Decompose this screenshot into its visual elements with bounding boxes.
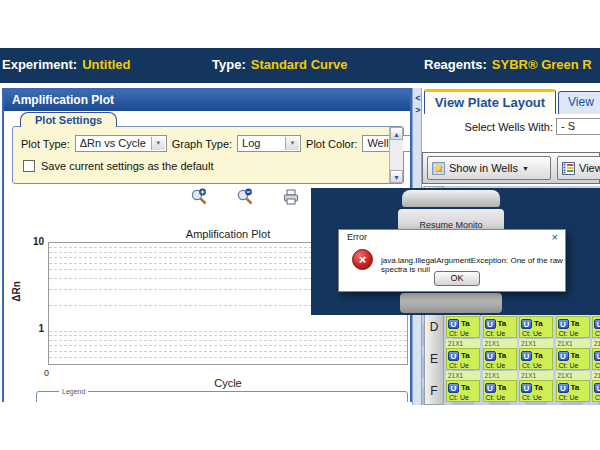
plate-well[interactable]: 21X1UTaCt: Ue [446,380,480,402]
close-icon[interactable]: × [552,231,558,243]
well-target: Ta [498,319,507,328]
reagents-label: Reagents: [424,57,487,72]
plate-well[interactable]: 21X1UTaCt: Ue [519,380,553,402]
well-quantity: 21X1 [556,371,590,380]
tab-view-well-table[interactable]: View [558,91,600,114]
well-quantity: 21X1 [592,371,600,380]
legend-label: Legend [59,388,88,395]
sample-type-badge: U [485,319,496,329]
well-target: Ta [571,319,580,328]
tab-plot-settings[interactable]: Plot Settings [20,112,117,127]
well-ct-value: Ct: Ue [558,361,589,370]
error-dialog: Error × × java.lang.IllegalArgumentExcep… [338,229,566,292]
menu-arrow-icon: ▼ [522,165,529,172]
well-target: Ta [534,351,543,360]
plate-well[interactable]: 21X1UTaCt: Ue [519,316,553,338]
well-ct-value: Ct: Ue [594,361,600,370]
plot-settings-box: Plot Type: ΔRn vs Cycle▼ Graph Type: Log… [12,126,404,184]
sample-type-badge: U [485,383,496,393]
plate-well[interactable]: 21X1UTaCt: Ue [592,348,600,370]
collapse-left-icon[interactable]: < [414,93,422,103]
sample-type-badge: U [448,383,459,393]
view-legend-button[interactable]: View L [557,156,600,180]
well-quantity: 21X1 [483,371,517,380]
plate-well[interactable]: 21X1UTaCt: Ue [556,316,590,338]
y-gridline [49,351,407,352]
y-gridline [49,340,407,341]
sample-type-badge: U [448,319,459,329]
sample-type-badge: U [594,319,600,329]
instrument-top [402,190,500,207]
experiment-value: Untitled [82,57,130,72]
plate-toolbar: Show in Wells ▼ View L [422,152,600,184]
plate-well[interactable]: 21X1UTaCt: Ue [592,316,600,338]
scroll-down-icon[interactable]: ▼ [390,170,403,183]
expand-right-icon[interactable]: > [414,105,422,115]
zoom-in-icon[interactable] [190,188,208,206]
plate-well[interactable]: 21X1UTaCt: Ue [519,348,553,370]
well-target: Ta [461,319,470,328]
y-tick-10: 10 [24,236,44,247]
plate-row-label: D [424,320,444,334]
well-quantity: 21X1 [592,339,600,348]
scroll-up-icon[interactable]: ▲ [390,127,403,140]
well-target: Ta [498,351,507,360]
well-target: Ta [534,383,543,392]
settings-scrollbar[interactable]: ▲ ▼ [389,127,403,183]
show-in-wells-button[interactable]: Show in Wells ▼ [427,156,551,180]
chevron-down-icon[interactable]: ▼ [151,137,165,150]
well-quantity: 21X1 [556,339,590,348]
wells-icon [432,162,445,175]
sample-type-badge: U [521,319,532,329]
well-ct-value: Ct: Ue [521,393,552,402]
y-tick-1: 1 [24,323,44,334]
plate-well[interactable]: 21X1UTaCt: Ue [483,348,517,370]
y-gridline [49,335,407,336]
well-ct-value: Ct: Ue [558,393,589,402]
graph-type-label: Graph Type: [172,138,232,150]
y-gridline [49,345,407,346]
zoom-out-icon[interactable] [236,188,254,206]
select-wells-dropdown[interactable]: - S▼ [556,118,600,135]
well-ct-value: Ct: Ue [594,329,600,338]
well-ct-value: Ct: Ue [594,393,600,402]
plot-color-select[interactable]: Well▼ [362,135,412,152]
plate-well[interactable]: 21X1UTaCt: Ue [556,380,590,402]
instrument-base [400,293,502,313]
well-quantity: 21X1 [519,371,553,380]
sample-type-badge: U [558,351,569,361]
well-ct-value: Ct: Ue [448,393,479,402]
plot-type-label: Plot Type: [21,138,70,150]
experiment-header-bar: Experiment:Untitled Type:Standard Curve … [0,48,600,83]
y-gridline [49,331,407,332]
save-default-checkbox[interactable] [23,160,35,172]
x-axis-label: Cycle [48,377,408,389]
sample-type-badge: U [448,351,459,361]
sample-type-badge: U [558,383,569,393]
sample-type-badge: U [521,383,532,393]
sample-type-badge: U [485,351,496,361]
plate-well[interactable]: 21X1UTaCt: Ue [556,348,590,370]
ok-button[interactable]: OK [434,271,480,286]
well-target: Ta [498,383,507,392]
sample-type-badge: U [594,383,600,393]
plate-well[interactable]: 21X1UTaCt: Ue [446,316,480,338]
table-icon [562,162,575,175]
well-ct-value: Ct: Ue [485,329,516,338]
plate-well[interactable]: 21X1UTaCt: Ue [446,348,480,370]
well-ct-value: Ct: Ue [485,393,516,402]
plate-well[interactable]: 21X1UTaCt: Ue [483,380,517,402]
well-ct-value: Ct: Ue [521,329,552,338]
chevron-down-icon[interactable]: ▼ [285,137,299,150]
y-gridline [49,357,407,358]
experiment-label: Experiment: [2,57,77,72]
well-quantity: 21X1 [483,339,517,348]
plot-color-label: Plot Color: [306,138,357,150]
graph-type-select[interactable]: Log▼ [237,135,301,152]
plate-well[interactable]: 21X1UTaCt: Ue [483,316,517,338]
plot-type-select[interactable]: ΔRn vs Cycle▼ [75,135,167,152]
plate-well[interactable]: 21X1UTaCt: Ue [592,380,600,402]
print-icon[interactable] [282,188,300,206]
tab-view-plate-layout[interactable]: View Plate Layout [424,89,556,114]
well-target: Ta [571,351,580,360]
